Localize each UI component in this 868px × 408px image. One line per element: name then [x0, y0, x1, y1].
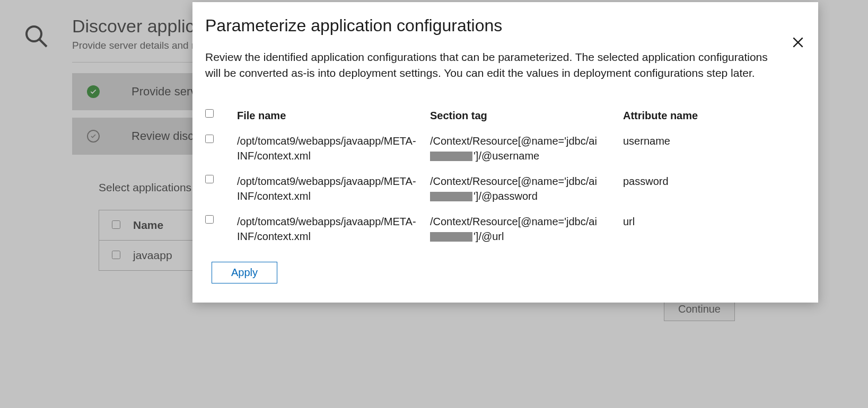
section-tag: /Context/Resource[@name='jdbc/ai ']/@url	[430, 214, 621, 244]
attribute-name: username	[623, 134, 761, 148]
apply-button[interactable]: Apply	[212, 262, 277, 283]
config-table: File name Section tag Attribute name /op…	[205, 103, 805, 249]
section-pre: /Context/Resource[@name='jdbc/ai	[430, 216, 597, 227]
close-button[interactable]	[787, 32, 809, 53]
file-name: /opt/tomcat9/webapps/javaapp/META-INF/co…	[237, 214, 428, 244]
file-name: /opt/tomcat9/webapps/javaapp/META-INF/co…	[237, 174, 428, 203]
config-checkbox[interactable]	[205, 175, 214, 183]
section-post: ']/@url	[474, 230, 504, 242]
attribute-name: url	[623, 214, 761, 229]
parameterize-dialog: Parameterize application configurations …	[192, 2, 818, 303]
config-header-row: File name Section tag Attribute name	[205, 103, 805, 128]
select-all-configs-checkbox[interactable]	[205, 109, 214, 118]
section-tag: /Context/Resource[@name='jdbc/ai ']/@use…	[430, 134, 621, 163]
config-row: /opt/tomcat9/webapps/javaapp/META-INF/co…	[205, 128, 805, 168]
attribute-name: password	[623, 174, 761, 189]
dialog-title: Parameterize application configurations	[205, 16, 805, 36]
redacted-text	[430, 152, 472, 161]
file-name: /opt/tomcat9/webapps/javaapp/META-INF/co…	[237, 134, 428, 163]
config-row: /opt/tomcat9/webapps/javaapp/META-INF/co…	[205, 209, 805, 249]
section-pre: /Context/Resource[@name='jdbc/ai	[430, 175, 597, 187]
col-section: Section tag	[430, 108, 621, 123]
section-post: ']/@password	[474, 190, 538, 202]
col-file: File name	[237, 108, 428, 123]
config-checkbox[interactable]	[205, 135, 214, 143]
redacted-text	[430, 192, 472, 201]
config-row: /opt/tomcat9/webapps/javaapp/META-INF/co…	[205, 168, 805, 209]
section-post: ']/@username	[474, 150, 539, 162]
dialog-description: Review the identified application config…	[205, 49, 783, 82]
section-pre: /Context/Resource[@name='jdbc/ai	[430, 135, 597, 147]
section-tag: /Context/Resource[@name='jdbc/ai ']/@pas…	[430, 174, 621, 203]
col-attr: Attribute name	[623, 108, 761, 123]
config-checkbox[interactable]	[205, 215, 214, 224]
redacted-text	[430, 232, 472, 242]
